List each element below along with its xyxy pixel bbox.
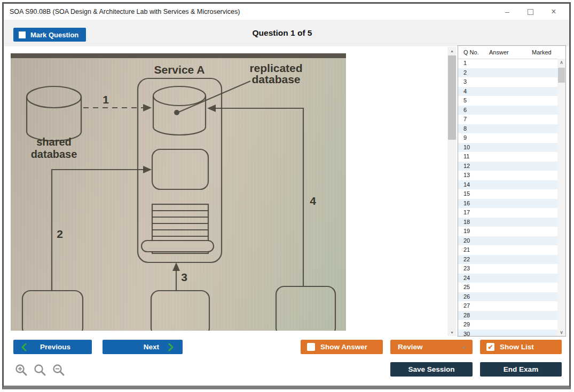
answer-table-scrollbar-thumb[interactable] <box>558 68 565 83</box>
column-answer: Answer <box>489 49 528 55</box>
question-image: shared database 1 Service A replicated d… <box>11 53 346 331</box>
previous-button[interactable]: Previous <box>13 340 92 354</box>
scroll-down-icon[interactable]: ▼ <box>447 329 457 336</box>
chevron-left-icon <box>21 343 27 351</box>
replicated-database-label-line1: replicated <box>249 62 302 74</box>
maximize-icon[interactable] <box>528 9 533 15</box>
answer-row[interactable]: 28 <box>458 311 557 321</box>
next-button[interactable]: Next <box>103 340 183 354</box>
shared-database-label-line2: database <box>31 148 77 160</box>
answer-row[interactable]: 29 <box>458 320 557 330</box>
arrow-4-label: 4 <box>310 195 316 207</box>
queue-symbol <box>141 204 214 253</box>
answer-row[interactable]: 12 <box>458 162 557 171</box>
save-session-button[interactable]: Save Session <box>390 362 473 377</box>
arrow-1 <box>83 104 152 111</box>
window-title: SOA S90.08B (SOA Design & Architecture L… <box>10 4 240 20</box>
answer-row[interactable]: 17 <box>458 208 557 218</box>
answer-table-header: Q No. Answer Marked <box>458 46 565 59</box>
answer-row[interactable]: 22 <box>458 255 557 265</box>
answer-row[interactable]: 3 <box>458 77 557 87</box>
zoom-toolbar <box>14 363 66 377</box>
answer-row[interactable]: 20 <box>458 236 557 246</box>
review-button[interactable]: Review ▲ <box>390 340 473 354</box>
show-answer-button[interactable]: Show Answer <box>301 340 383 354</box>
dropdown-up-icon: ▲ <box>462 340 466 354</box>
architecture-diagram: shared database 1 Service A replicated d… <box>11 53 346 331</box>
previous-label: Previous <box>40 343 70 351</box>
answer-row[interactable]: 8 <box>458 124 557 134</box>
answer-row[interactable]: 5 <box>458 96 557 106</box>
answer-row[interactable]: 26 <box>458 292 557 302</box>
show-list-checkbox[interactable]: ✔ <box>486 343 494 351</box>
show-list-button[interactable]: ✔ Show List <box>480 340 562 354</box>
question-counter: Question 1 of 5 <box>4 20 561 46</box>
answer-table-body: 1234567891011121314151617181920212223242… <box>458 59 557 336</box>
arrow-3 <box>172 262 180 291</box>
zoom-out-icon[interactable] <box>52 363 66 377</box>
column-qno: Q No. <box>463 49 489 55</box>
answer-row[interactable]: 18 <box>458 218 557 227</box>
arrow-1-label: 1 <box>103 93 109 106</box>
queue-capsule <box>141 241 214 252</box>
end-exam-button[interactable]: End Exam <box>480 362 562 377</box>
scroll-up-icon[interactable]: ▲ <box>447 47 457 54</box>
answer-row[interactable]: 1 <box>458 59 557 68</box>
shared-database-symbol <box>27 86 81 141</box>
arrow-2 <box>52 166 152 291</box>
answer-row[interactable]: 4 <box>458 87 557 97</box>
bottom-left-box <box>22 291 83 331</box>
table-scroll-down-icon[interactable]: ∨ <box>557 329 565 336</box>
header-band: Mark Question Question 1 of 5 <box>4 20 569 46</box>
replicated-database-symbol <box>153 86 206 135</box>
answer-row[interactable]: 19 <box>458 227 557 236</box>
photo-top-edge <box>11 53 346 58</box>
shared-database-label-line1: shared <box>36 136 72 148</box>
end-exam-label: End Exam <box>504 365 538 373</box>
show-list-label: Show List <box>500 343 534 351</box>
answer-row[interactable]: 2 <box>458 68 557 78</box>
zoom-in-icon[interactable] <box>14 363 28 377</box>
minimize-icon[interactable]: – <box>504 8 511 15</box>
answer-row[interactable]: 21 <box>458 245 557 255</box>
question-scrollbar[interactable]: ▲ ▼ <box>447 47 457 336</box>
answer-table-scrollbar[interactable]: ∧ ∨ <box>557 59 565 336</box>
next-label: Next <box>144 343 159 351</box>
answer-list-panel: Q No. Answer Marked 12345678910111213141… <box>458 45 566 337</box>
replicated-database-label-line2: database <box>251 73 300 85</box>
save-session-label: Save Session <box>408 365 454 373</box>
answer-row[interactable]: 24 <box>458 274 557 283</box>
checkmark-icon: ✔ <box>487 344 493 350</box>
table-scroll-up-icon[interactable]: ∧ <box>557 59 565 66</box>
question-scrollbar-thumb[interactable] <box>448 55 456 140</box>
zoom-reset-icon[interactable] <box>33 363 47 377</box>
arrow-2-label: 2 <box>57 228 63 240</box>
answer-row[interactable]: 23 <box>458 264 557 274</box>
answer-row[interactable]: 11 <box>458 152 557 162</box>
review-label: Review <box>398 343 423 351</box>
answer-row[interactable]: 6 <box>458 106 557 115</box>
show-answer-label: Show Answer <box>320 343 367 351</box>
answer-row[interactable]: 30 <box>458 330 557 337</box>
arrow-3-label: 3 <box>181 271 187 283</box>
answer-row[interactable]: 15 <box>458 189 557 199</box>
answer-row[interactable]: 10 <box>458 143 557 153</box>
answer-row[interactable]: 7 <box>458 115 557 124</box>
titlebar: SOA S90.08B (SOA Design & Architecture L… <box>4 4 569 20</box>
answer-row[interactable]: 14 <box>458 180 557 190</box>
show-answer-checkbox[interactable] <box>307 343 315 351</box>
answer-row[interactable]: 13 <box>458 171 557 180</box>
service-a-component-box <box>152 149 208 189</box>
service-a-label: Service A <box>154 63 205 76</box>
answer-row[interactable]: 27 <box>458 301 557 311</box>
column-marked: Marked <box>528 49 565 55</box>
answer-row[interactable]: 9 <box>458 133 557 143</box>
answer-row[interactable]: 25 <box>458 283 557 292</box>
chevron-right-icon <box>168 343 174 351</box>
exam-window: SOA S90.08B (SOA Design & Architecture L… <box>2 2 571 389</box>
window-controls: – × <box>504 4 557 20</box>
close-icon[interactable]: × <box>550 8 557 15</box>
bottom-right-box <box>276 286 335 331</box>
answer-row[interactable]: 16 <box>458 199 557 209</box>
bottom-middle-box <box>151 291 209 331</box>
